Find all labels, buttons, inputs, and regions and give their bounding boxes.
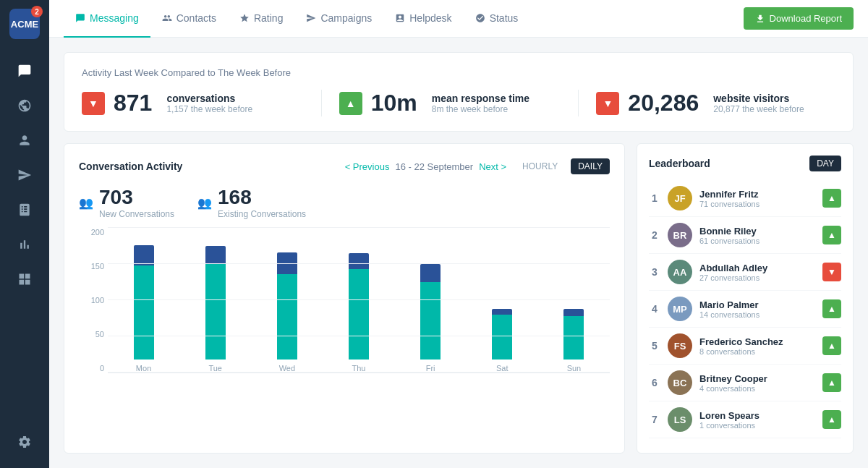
leaderboard-arrow[interactable]: ▲ [822,299,841,318]
leaderboard-rank: 1 [649,192,660,204]
bar-top [420,264,441,282]
leaderboard-arrow[interactable]: ▲ [822,410,841,429]
sidebar-icon-send[interactable] [10,161,39,190]
tab-rating[interactable]: Rating [228,1,294,38]
chart-navigation: < Previous 16 - 22 September Next > [345,161,506,172]
bar-group: Thu [323,215,394,373]
metric-value-visitors: 20,286 [628,90,699,116]
leaderboard-info: Mario Palmer14 conversations [699,299,815,319]
bar-bottom [420,282,441,359]
download-report-button[interactable]: Download Report [744,7,854,30]
sidebar-icon-book[interactable] [10,195,39,224]
chart-title: Conversation Activity [79,161,182,172]
metric-arrow-down-1: ▼ [82,92,105,115]
leaderboard-arrow[interactable]: ▲ [822,373,841,392]
bar-stack [134,215,154,359]
sidebar-icon-messaging[interactable] [10,56,39,85]
existing-convs-num: 168 [218,186,306,209]
y-label: 0 [79,364,104,373]
leaderboard-conversations: 71 conversations [699,200,815,208]
sidebar-icon-settings[interactable] [10,427,39,456]
metrics-row: ▼ 871 conversations 1,157 the week befor… [82,90,835,116]
leaderboard-row: 2BRBonnie Riley61 conversations▲ [649,217,841,254]
x-axis-line [108,373,610,373]
tab-campaigns[interactable]: Campaigns [294,1,383,38]
leaderboard-title: Leaderboard [649,158,710,169]
leaderboard-card: Leaderboard DAY 1JFJennifer Fritz71 conv… [637,143,854,454]
bar-stack [492,215,512,359]
y-axis: 050100150200 [79,228,104,373]
leaderboard-rank: 4 [649,303,660,315]
notification-badge: 2 [31,6,43,17]
y-label: 150 [79,262,104,271]
leaderboard-info: Bonnie Riley61 conversations [699,226,815,245]
hourly-toggle[interactable]: HOURLY [515,158,565,174]
leaderboard-arrow[interactable]: ▲ [822,189,841,208]
bar-stack [205,215,226,359]
prev-button[interactable]: < Previous [345,161,390,172]
leaderboard-toggle[interactable]: DAY [809,156,841,171]
leaderboard-arrow[interactable]: ▼ [822,263,841,281]
daily-toggle[interactable]: DAILY [571,158,610,174]
bottom-row: Conversation Activity < Previous 16 - 22… [64,143,854,454]
bar-bottom [205,264,226,359]
leaderboard-rank: 5 [649,340,660,352]
bar-group: Sat [467,215,538,373]
bar-day-label: Thu [352,364,366,373]
bar-day-label: Sun [567,364,582,373]
metric-sub-visitors: 20,877 the week before [713,104,804,114]
leaderboard-name: Jennifer Fritz [699,189,815,200]
sidebar-icon-grid[interactable] [10,265,39,294]
metric-sub-response: 8m the week before [432,104,529,114]
new-convs-num: 703 [99,186,174,209]
activity-card: Activity Last Week Compared to The Week … [64,52,854,132]
next-button[interactable]: Next > [479,161,506,172]
bar-group: Tue [179,215,251,373]
page-content: Activity Last Week Compared to The Week … [49,38,868,468]
bar-chart: 050100150200 MonTueWedThuFriSatSun [79,228,610,387]
bar-stack [277,215,297,359]
leaderboard-row: 7LSLoren Spears1 conversations▲ [649,401,841,438]
leaderboard-avatar: LS [668,407,692,432]
bar-day-label: Tue [208,364,222,373]
leaderboard-name: Bonnie Riley [699,226,815,237]
chart-header: Conversation Activity < Previous 16 - 22… [79,158,610,174]
new-convs-icon: 👥 [79,196,93,210]
nav-tabs: Messaging Contacts Rating Campaigns Help… [64,0,744,37]
tab-helpdesk[interactable]: Helpdesk [383,1,463,38]
sidebar: ACME 2 [0,0,49,468]
leaderboard-row: 1JFJennifer Fritz71 conversations▲ [649,180,841,217]
metric-label-visitors: website visitors [713,93,804,104]
leaderboard-name: Mario Palmer [699,299,815,310]
tab-contacts[interactable]: Contacts [150,1,228,38]
metric-sub-conversations: 1,157 the week before [166,104,252,114]
metric-response-time: ▲ 10m mean response time 8m the week bef… [339,90,579,116]
y-label: 100 [79,296,104,305]
top-navigation: Messaging Contacts Rating Campaigns Help… [49,0,868,38]
leaderboard-arrow[interactable]: ▲ [822,336,841,355]
leaderboard-conversations: 27 conversations [699,273,815,282]
main-content: Messaging Contacts Rating Campaigns Help… [49,0,868,468]
leaderboard-name: Abdullah Adley [699,263,815,273]
leaderboard-arrow[interactable]: ▲ [822,226,841,244]
activity-title: Activity Last Week Compared to The Week … [82,67,835,78]
y-label: 200 [79,228,104,237]
leaderboard-info: Frederico Sanchez8 conversations [699,336,815,356]
logo[interactable]: ACME 2 [9,9,40,39]
bar-top [563,309,584,316]
chart-date-range: 16 - 22 September [395,161,473,172]
sidebar-icon-chart[interactable] [10,230,39,259]
tab-messaging[interactable]: Messaging [64,1,150,38]
bar-day-label: Mon [136,364,151,373]
sidebar-icon-contacts[interactable] [10,126,39,155]
bar-bottom [134,265,154,359]
tab-status[interactable]: Status [464,1,530,38]
bar-bottom [492,315,512,359]
leaderboard-avatar: MP [668,297,692,321]
bar-day-label: Fri [426,364,435,373]
bar-top [492,309,512,315]
bar-top [134,245,154,265]
bar-bottom [349,269,369,359]
sidebar-icon-globe[interactable] [10,91,39,120]
leaderboard-rank: 6 [649,377,660,388]
